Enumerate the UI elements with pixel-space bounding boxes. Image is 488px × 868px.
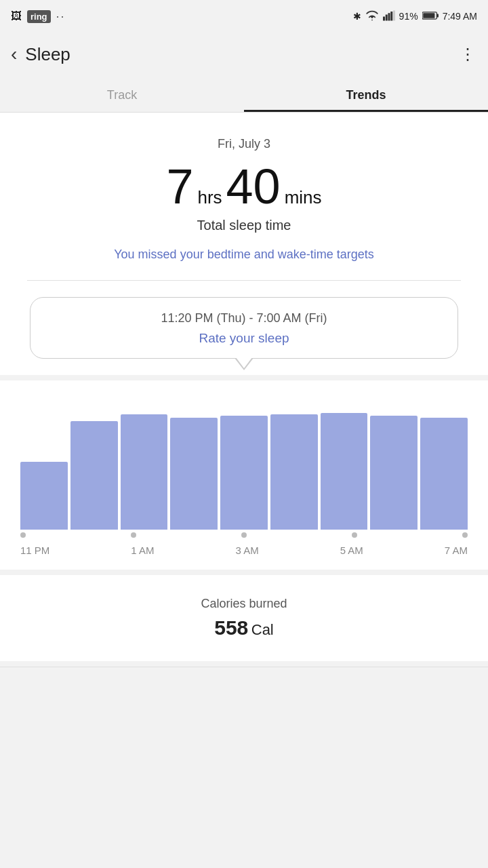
battery-percentage: 91% (399, 11, 418, 22)
svg-rect-3 (390, 12, 392, 21)
calories-section: Calories burned 558 Cal (0, 575, 488, 661)
x-dot-7am (462, 532, 468, 538)
app-bar-left: ‹ Sleep (11, 43, 70, 65)
sleep-chart-section: 11 PM 1 AM 3 AM 5 AM 7 AM (0, 380, 488, 570)
x-label-3am: 3 AM (235, 545, 258, 556)
time-display: 7:49 AM (443, 11, 477, 22)
tabs-container: Track Trends (0, 76, 488, 113)
sleep-bar-2 (121, 414, 168, 530)
x-label-5am: 5 AM (340, 545, 363, 556)
bluetooth-icon: ✱ (353, 11, 361, 22)
rate-sleep-button[interactable]: Rate your sleep (47, 331, 441, 346)
sleep-hours-unit: hrs (197, 187, 222, 208)
x-label-11pm: 11 PM (20, 545, 49, 556)
image-icon: 🖼 (11, 10, 22, 22)
battery-icon (422, 11, 439, 22)
sleep-warning-text: You missed your bedtime and wake-time ta… (75, 245, 413, 264)
app-bar: ‹ Sleep ⋮ (0, 33, 488, 76)
tab-trends[interactable]: Trends (244, 76, 488, 112)
bottom-divider (0, 667, 488, 667)
sleep-bar-1 (70, 421, 118, 530)
sleep-chart-bars (14, 408, 474, 530)
page-title: Sleep (25, 44, 70, 65)
x-dot-11pm (20, 532, 26, 538)
x-label-1am: 1 AM (131, 545, 154, 556)
sleep-bar-5 (270, 414, 318, 530)
wifi-icon (365, 10, 379, 23)
sleep-mins-number: 40 (226, 162, 281, 211)
sleep-bar-3 (170, 418, 218, 530)
sleep-date: Fri, July 3 (14, 137, 474, 151)
back-button[interactable]: ‹ (11, 43, 17, 65)
x-dot-5am (352, 532, 357, 538)
total-sleep-label: Total sleep time (14, 218, 474, 233)
dots-icon: ·· (56, 9, 66, 24)
svg-rect-2 (388, 13, 390, 20)
signal-icon (383, 10, 395, 23)
chart-x-axis: 11 PM 1 AM 3 AM 5 AM 7 AM (14, 538, 474, 556)
x-dot-3am (241, 532, 247, 538)
status-bar-left: 🖼 ring ·· (11, 9, 66, 24)
svg-rect-4 (393, 10, 395, 20)
main-content: Fri, July 3 7 hrs 40 mins Total sleep ti… (0, 113, 488, 667)
calories-unit: Cal (251, 621, 274, 638)
svg-rect-6 (436, 14, 439, 17)
status-bar-right: ✱ 91% 7:49 AM (353, 10, 477, 23)
svg-rect-7 (423, 13, 434, 18)
calories-label: Calories burned (14, 597, 474, 611)
sleep-mins-unit: mins (285, 187, 322, 208)
sleep-bar-0 (20, 462, 68, 530)
svg-rect-0 (383, 16, 385, 20)
x-label-7am: 7 AM (445, 545, 468, 556)
svg-rect-1 (385, 14, 387, 20)
sleep-bar-6 (321, 413, 368, 530)
chart-x-dots (14, 530, 474, 538)
x-dot-1am (131, 532, 136, 538)
calories-value-row: 558 Cal (14, 616, 474, 639)
calories-number: 558 (214, 616, 248, 639)
status-bar: 🖼 ring ·· ✱ 91% 7:49 AM (0, 0, 488, 33)
sleep-bar-4 (220, 416, 268, 530)
section-divider (27, 280, 461, 281)
sleep-summary-section: Fri, July 3 7 hrs 40 mins Total sleep ti… (0, 113, 488, 375)
sleep-time-display: 7 hrs 40 mins (14, 162, 474, 211)
sleep-bar-7 (370, 416, 418, 530)
sleep-period-time: 11:20 PM (Thu) - 7:00 AM (Fri) (47, 311, 441, 326)
ring-icon: ring (27, 10, 51, 23)
more-options-button[interactable]: ⋮ (460, 45, 477, 64)
tab-track[interactable]: Track (0, 76, 244, 112)
sleep-hours-number: 7 (166, 162, 193, 211)
sleep-bar-8 (420, 418, 468, 530)
sleep-period-card: 11:20 PM (Thu) - 7:00 AM (Fri) Rate your… (30, 297, 458, 359)
